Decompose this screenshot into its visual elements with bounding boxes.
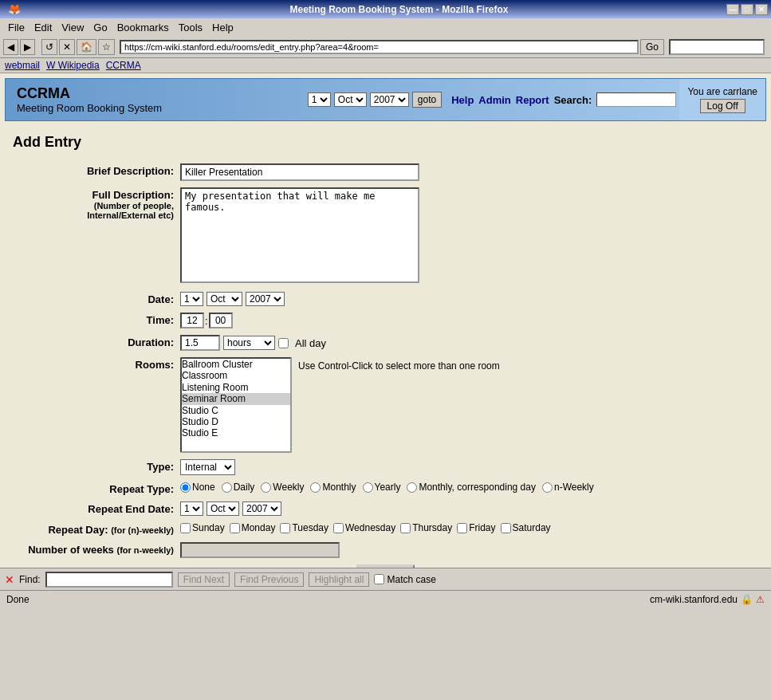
repeat-daily-radio[interactable] <box>222 482 232 493</box>
header-month-select[interactable]: Oct <box>334 92 367 107</box>
maximize-button[interactable]: □ <box>741 4 753 15</box>
back-button[interactable]: ◀ <box>3 39 18 55</box>
allday-label: All day <box>295 337 326 349</box>
header-search-input[interactable] <box>596 92 676 107</box>
rep-end-year-select[interactable]: 2007 <box>242 501 281 516</box>
sunday-checkbox[interactable] <box>180 523 191 533</box>
menu-edit[interactable]: Edit <box>30 20 57 35</box>
full-desc-textarea[interactable]: My presentation that will make me famous… <box>180 187 419 283</box>
repeat-none-radio[interactable] <box>180 482 191 493</box>
bookmark-webmail[interactable]: webmail <box>5 60 40 71</box>
repeat-daily[interactable]: Daily <box>222 482 255 493</box>
close-button[interactable]: ✕ <box>755 4 768 15</box>
rep-end-day-select[interactable]: 1 <box>180 501 203 516</box>
admin-link[interactable]: Admin <box>478 94 510 106</box>
highlight-all-button[interactable]: Highlight all <box>309 572 369 587</box>
window-controls[interactable]: — □ ✕ <box>726 4 768 15</box>
minimize-button[interactable]: — <box>726 4 739 15</box>
type-select[interactable]: Internal External <box>180 459 235 475</box>
find-next-button[interactable]: Find Next <box>178 572 230 587</box>
day-sunday[interactable]: Sunday <box>180 522 225 533</box>
date-month-select[interactable]: JanFebMarApr MayJunJulAug SepOctNovDec <box>207 292 242 306</box>
logoff-button[interactable]: Log Off <box>700 99 745 113</box>
room-studio-c[interactable]: Studio C <box>182 405 290 416</box>
repeat-monthly-corr[interactable]: Monthly, corresponding day <box>407 482 536 493</box>
brief-desc-label: Brief Description: <box>13 163 180 177</box>
room-classroom[interactable]: Classroom <box>182 370 290 381</box>
repeat-yearly-radio[interactable] <box>363 482 373 493</box>
room-studio-d[interactable]: Studio D <box>182 416 290 427</box>
allday-checkbox[interactable] <box>278 338 289 348</box>
find-prev-button[interactable]: Find Previous <box>234 572 304 587</box>
go-button[interactable]: Go <box>640 39 664 55</box>
weeks-input[interactable] <box>180 542 340 558</box>
repeat-monthly-corr-radio[interactable] <box>407 482 417 493</box>
repeat-nweekly[interactable]: n-Weekly <box>542 482 594 493</box>
match-case-option[interactable]: Match case <box>374 574 435 585</box>
time-hour-input[interactable] <box>180 313 204 328</box>
menu-file[interactable]: File <box>3 20 30 35</box>
day-tuesday[interactable]: Tuesday <box>280 522 328 533</box>
repeat-nweekly-radio[interactable] <box>542 482 553 493</box>
repeat-none[interactable]: None <box>180 482 215 493</box>
app-subtitle: Meeting Room Booking System <box>17 102 290 114</box>
saturday-checkbox[interactable] <box>501 523 511 533</box>
room-listening[interactable]: Listening Room <box>182 382 290 393</box>
menu-view[interactable]: View <box>57 20 89 35</box>
reload-button[interactable]: ↺ <box>41 39 57 55</box>
bookmark-wikipedia[interactable]: W Wikipedia <box>46 60 100 71</box>
room-ballroom[interactable]: Ballroom Cluster <box>182 359 290 370</box>
address-input[interactable] <box>120 40 639 54</box>
save-row: Save <box>13 564 758 568</box>
toolbar-search-input[interactable] <box>669 39 765 55</box>
rooms-listbox[interactable]: Ballroom Cluster Classroom Listening Roo… <box>180 357 292 453</box>
repeat-monthly[interactable]: Monthly <box>310 482 356 493</box>
brief-desc-input[interactable] <box>180 163 419 181</box>
rooms-row: Rooms: Ballroom Cluster Classroom Listen… <box>13 357 758 453</box>
header-goto-button[interactable]: goto <box>412 92 442 108</box>
tuesday-checkbox[interactable] <box>280 523 290 533</box>
repeat-type-label: Repeat Type: <box>13 482 180 495</box>
repeat-end-date-control: 1 Oct 2007 <box>180 501 758 516</box>
status-right: cm-wiki.stanford.edu 🔒 ⚠ <box>650 594 765 605</box>
bookmark-button[interactable]: ☆ <box>98 39 115 55</box>
home-button[interactable]: 🏠 <box>77 39 96 55</box>
monday-checkbox[interactable] <box>230 523 240 533</box>
repeat-weekly-radio[interactable] <box>261 482 271 493</box>
room-studio-e[interactable]: Studio E <box>182 427 290 438</box>
find-close-icon[interactable]: ✕ <box>5 573 14 586</box>
help-link[interactable]: Help <box>451 94 474 106</box>
duration-unit-select[interactable]: hours minutes <box>223 336 275 350</box>
repeat-weekly[interactable]: Weekly <box>261 482 304 493</box>
wednesday-checkbox[interactable] <box>333 523 344 533</box>
menu-bookmarks[interactable]: Bookmarks <box>112 20 174 35</box>
repeat-monthly-radio[interactable] <box>310 482 321 493</box>
date-day-select[interactable]: 123 <box>180 292 203 306</box>
header-day-select[interactable]: 1 <box>308 92 331 107</box>
repeat-yearly[interactable]: Yearly <box>363 482 401 493</box>
find-input[interactable] <box>45 572 173 588</box>
day-monday[interactable]: Monday <box>230 522 276 533</box>
date-year-select[interactable]: 2005200620072008 <box>246 292 285 306</box>
thursday-checkbox[interactable] <box>400 523 411 533</box>
day-thursday[interactable]: Thursday <box>400 522 452 533</box>
friday-checkbox[interactable] <box>457 523 467 533</box>
forward-button[interactable]: ▶ <box>20 39 35 55</box>
stop-button[interactable]: ✕ <box>59 39 75 55</box>
duration-input[interactable] <box>180 335 220 351</box>
menu-help[interactable]: Help <box>207 20 238 35</box>
match-case-checkbox[interactable] <box>374 574 384 584</box>
header-year-select[interactable]: 2007 <box>370 92 409 107</box>
day-wednesday[interactable]: Wednesday <box>333 522 395 533</box>
rep-end-month-select[interactable]: Oct <box>207 501 239 516</box>
time-min-input[interactable] <box>209 313 233 328</box>
menu-tools[interactable]: Tools <box>174 20 207 35</box>
report-link[interactable]: Report <box>516 94 549 106</box>
menu-go[interactable]: Go <box>89 20 112 35</box>
day-friday[interactable]: Friday <box>457 522 495 533</box>
match-case-label: Match case <box>387 574 435 585</box>
room-seminar[interactable]: Seminar Room <box>182 393 290 404</box>
day-saturday[interactable]: Saturday <box>501 522 551 533</box>
bookmark-ccrma[interactable]: CCRMA <box>106 60 141 71</box>
save-button[interactable]: Save <box>356 564 415 568</box>
